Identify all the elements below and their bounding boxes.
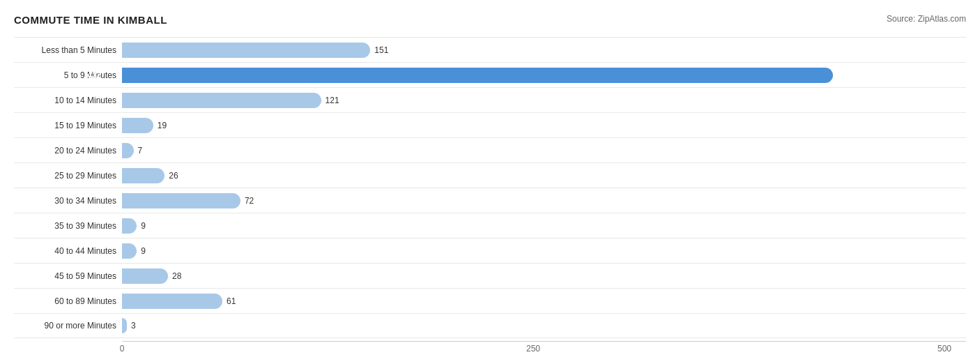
bar-label: 10 to 14 Minutes xyxy=(14,96,122,105)
x-axis: 0250500 xyxy=(122,341,966,358)
chart-area: Less than 5 Minutes1515 to 9 Minutes4321… xyxy=(14,37,966,358)
bar-fill xyxy=(122,93,321,108)
bar-fill xyxy=(122,318,127,333)
bar-container: 28 xyxy=(122,266,966,286)
bar-container: 72 xyxy=(122,191,966,211)
bar-label: 90 or more Minutes xyxy=(14,321,122,331)
bar-label: 60 to 89 Minutes xyxy=(14,296,122,306)
bar-label: 30 to 34 Minutes xyxy=(14,196,122,206)
bar-row: 10 to 14 Minutes121 xyxy=(14,87,966,112)
bar-label: 15 to 19 Minutes xyxy=(14,121,122,130)
bar-fill xyxy=(122,243,137,259)
bar-fill xyxy=(122,218,137,234)
bar-value: 7 xyxy=(138,146,143,156)
bar-label: 20 to 24 Minutes xyxy=(14,146,122,156)
bar-fill xyxy=(122,43,370,58)
bar-container: 9 xyxy=(122,241,966,261)
chart-title: COMMUTE TIME IN KIMBALL xyxy=(14,14,167,26)
bar-fill xyxy=(122,294,222,309)
bar-row: 45 to 59 Minutes28 xyxy=(14,263,966,288)
bar-value: 3 xyxy=(131,321,136,331)
bar-row: 35 to 39 Minutes9 xyxy=(14,213,966,238)
bar-container: 151 xyxy=(122,40,966,60)
bar-value: 121 xyxy=(326,96,339,105)
chart-header: COMMUTE TIME IN KIMBALL Source: ZipAtlas… xyxy=(14,14,966,26)
bar-container: 19 xyxy=(122,116,966,135)
source-label: Source: ZipAtlas.com xyxy=(887,14,966,24)
x-tick-label: 500 xyxy=(937,344,951,354)
bar-row: 60 to 89 Minutes61 xyxy=(14,288,966,313)
bar-container: 121 xyxy=(122,91,966,110)
bar-row: 5 to 9 Minutes432 xyxy=(14,62,966,87)
x-tick-label: 250 xyxy=(526,344,540,354)
bar-value: 72 xyxy=(245,196,254,206)
bar-value: 9 xyxy=(141,221,146,231)
bar-fill: 432 xyxy=(122,68,833,83)
bar-label: 25 to 29 Minutes xyxy=(14,171,122,181)
bar-row: 15 to 19 Minutes19 xyxy=(14,112,966,137)
bar-value: 28 xyxy=(172,271,181,281)
bar-value: 9 xyxy=(141,246,146,256)
bar-fill xyxy=(122,168,164,183)
bar-row: 20 to 24 Minutes7 xyxy=(14,137,966,162)
bar-row: 30 to 34 Minutes72 xyxy=(14,188,966,213)
bar-value: 432 xyxy=(87,70,107,80)
bar-fill xyxy=(122,268,168,284)
bar-row: 40 to 44 Minutes9 xyxy=(14,238,966,263)
x-tick-label: 0 xyxy=(120,344,125,354)
bar-value: 19 xyxy=(158,121,167,130)
bar-fill xyxy=(122,143,134,158)
bar-container: 26 xyxy=(122,166,966,185)
bar-label: Less than 5 Minutes xyxy=(14,45,122,55)
bar-container: 3 xyxy=(122,316,966,335)
bar-value: 61 xyxy=(227,296,236,306)
bar-container: 432 xyxy=(122,66,966,85)
bar-container: 9 xyxy=(122,216,966,236)
bar-container: 61 xyxy=(122,291,966,311)
bar-value: 26 xyxy=(169,171,178,181)
bar-fill xyxy=(122,118,153,133)
bar-row: 90 or more Minutes3 xyxy=(14,313,966,338)
bar-row: 25 to 29 Minutes26 xyxy=(14,162,966,188)
bar-fill xyxy=(122,193,240,208)
bar-value: 151 xyxy=(374,45,388,55)
bar-label: 35 to 39 Minutes xyxy=(14,221,122,231)
bar-label: 40 to 44 Minutes xyxy=(14,246,122,256)
bars-container: Less than 5 Minutes1515 to 9 Minutes4321… xyxy=(14,37,966,338)
bar-label: 45 to 59 Minutes xyxy=(14,271,122,281)
bar-row: Less than 5 Minutes151 xyxy=(14,37,966,62)
bar-container: 7 xyxy=(122,141,966,160)
